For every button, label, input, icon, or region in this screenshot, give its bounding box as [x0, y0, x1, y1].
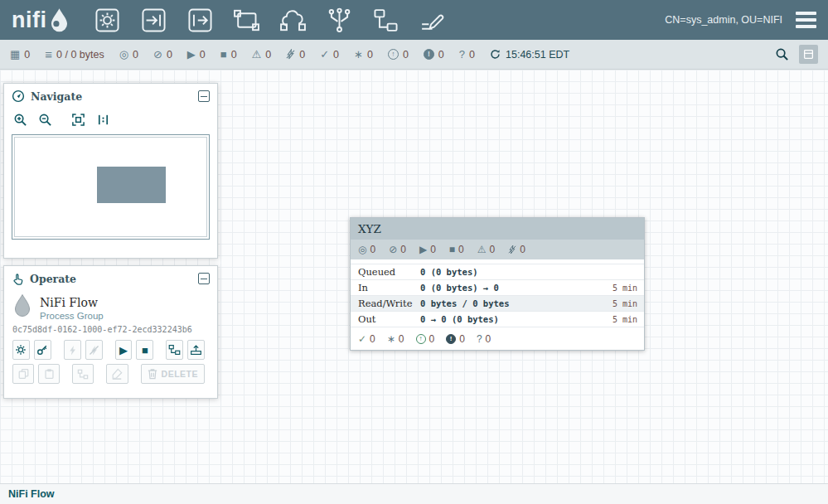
row-time: 5 min	[599, 299, 644, 308]
pg-disabled-count: 0	[520, 244, 525, 255]
play-icon: ▶	[119, 345, 128, 356]
queued-count: 0 / 0 bytes	[56, 49, 104, 61]
pg-stale-count: 0	[429, 333, 435, 345]
stopped-icon: ■	[449, 245, 455, 254]
pg-stat-disabled: 0	[508, 244, 525, 255]
stat-stopped: ■ 0	[220, 49, 237, 61]
stat-disabled: 0	[286, 49, 305, 61]
pg-stat-transmitting: ◎ 0	[358, 244, 375, 255]
delete-button[interactable]: DELETE	[141, 364, 205, 384]
operate-selection: NiFi Flow Process Group	[4, 291, 217, 321]
process-group-name: XYZ	[351, 218, 644, 240]
process-group-metrics: Queued 0 (0 bytes) In 0 (0 bytes) → 0 5 …	[351, 264, 644, 327]
global-menu-icon[interactable]	[796, 7, 816, 33]
flow-canvas[interactable]: Navigate Operate	[0, 70, 828, 483]
stale-icon: ↑	[388, 49, 399, 60]
settings-button[interactable]	[12, 340, 30, 360]
pg-not-transmitting-count: 0	[400, 244, 406, 255]
sync-failure-count: 0	[469, 49, 475, 61]
active-threads-count: 0	[24, 49, 30, 61]
search-icon[interactable]	[775, 47, 789, 61]
copy-button[interactable]	[12, 364, 34, 384]
check-icon: ✓	[358, 334, 366, 344]
stat-up-to-date: ✓ 0	[320, 49, 339, 61]
paste-button[interactable]	[38, 364, 60, 384]
zoom-fit-icon[interactable]	[71, 113, 85, 127]
locally-modified-count: 0	[367, 49, 373, 61]
stop-button[interactable]: ■	[136, 340, 153, 360]
pg-stat-running: ▶ 0	[419, 244, 436, 255]
process-group-xyz[interactable]: XYZ ◎ 0 ⊘ 0 ▶ 0 ■ 0 ⚠ 0	[350, 217, 645, 351]
funnel-icon[interactable]	[326, 7, 353, 34]
arrow-circle-up-icon: ↑	[416, 334, 426, 344]
transmitting-icon: ◎	[119, 49, 128, 60]
locally-modified-stale-count: 0	[438, 49, 444, 61]
group-icon	[77, 369, 89, 380]
output-port-icon[interactable]	[186, 7, 214, 34]
paint-brush-icon	[111, 368, 123, 380]
stale-count: 0	[403, 49, 409, 61]
pg-up-to-date-count: 0	[370, 333, 375, 345]
operate-collapse-icon[interactable]	[198, 273, 210, 284]
queued-icon: ≡	[45, 48, 52, 61]
pg-sync-failure-count: 0	[486, 333, 491, 345]
group-button[interactable]	[72, 364, 94, 384]
pg-invalid-count: 0	[490, 244, 496, 255]
delete-button-label: DELETE	[162, 369, 198, 379]
operate-buttons-row-2: DELETE	[4, 360, 217, 384]
operate-title: Operate	[30, 273, 76, 285]
create-template-button[interactable]	[166, 340, 183, 360]
template-icon[interactable]	[372, 7, 399, 34]
key-icon	[36, 344, 48, 356]
pg-row-read-write: Read/Write 0 bytes / 0 bytes 5 min	[351, 296, 644, 312]
locally-modified-icon: ∗	[354, 49, 363, 60]
enable-button[interactable]	[64, 340, 81, 360]
selection-name: NiFi Flow	[40, 296, 104, 309]
pg-locally-modified-stale-count: 0	[459, 333, 465, 345]
active-threads-icon: ▦	[10, 49, 20, 60]
pg-row-queued: Queued 0 (0 bytes)	[351, 264, 644, 280]
zoom-in-icon[interactable]	[13, 113, 27, 127]
processor-icon[interactable]	[94, 7, 121, 34]
pg-row-in: In 0 (0 bytes) → 0 5 min	[351, 280, 644, 296]
pg-locally-modified-count: 0	[399, 333, 404, 345]
selection-type: Process Group	[40, 311, 104, 321]
refresh-button[interactable]: 15:46:51 EDT	[490, 49, 569, 61]
not-transmitting-count: 0	[167, 49, 172, 61]
status-bar: ▦ 0 ≡ 0 / 0 bytes ◎ 0 ⊘ 0 ▶ 0 ■ 0 ⚠ 0 0 …	[0, 40, 828, 70]
stopped-icon: ■	[220, 49, 227, 60]
status-bar-right	[775, 45, 818, 64]
remote-process-group-icon[interactable]	[279, 7, 307, 34]
birdseye-minimap[interactable]	[12, 134, 210, 240]
last-refresh-time: 15:46:51 EDT	[506, 49, 569, 61]
pg-stat-invalid: ⚠ 0	[477, 244, 495, 255]
pg-row-out: Out 0 → 0 (0 bytes) 5 min	[351, 312, 644, 327]
process-group-icon[interactable]	[233, 7, 260, 34]
pg-stat-locally-modified: ∗ 0	[387, 333, 404, 345]
navigate-panel-header: Navigate	[4, 84, 217, 109]
upload-template-button[interactable]	[187, 340, 205, 360]
question-icon: ?	[477, 334, 482, 344]
breadcrumb[interactable]: NiFi Flow	[8, 488, 55, 500]
panel-toggle-button[interactable]	[799, 45, 818, 64]
row-value: 0 → 0 (0 bytes)	[420, 314, 599, 324]
paste-icon	[44, 368, 55, 380]
minimap-process-group-rect	[97, 167, 166, 203]
label-icon[interactable]	[419, 7, 446, 34]
stat-running: ▶ 0	[187, 49, 206, 61]
up-to-date-icon: ✓	[320, 49, 329, 60]
nifi-logo: nifi	[12, 7, 70, 33]
navigate-collapse-icon[interactable]	[198, 90, 210, 102]
copy-icon	[18, 368, 29, 380]
zoom-actual-size-icon[interactable]	[96, 113, 110, 127]
fill-color-button[interactable]	[106, 364, 128, 384]
process-group-version-stats: ✓ 0 ∗ 0 ↑ 0 ! 0 ? 0	[351, 327, 644, 350]
disable-button[interactable]	[85, 340, 103, 360]
breadcrumb-bar: NiFi Flow	[0, 483, 828, 504]
input-port-icon[interactable]	[140, 7, 167, 34]
stat-not-transmitting: ⊘ 0	[153, 49, 172, 61]
access-policies-button[interactable]	[34, 340, 51, 360]
stat-stale: ↑ 0	[388, 49, 409, 61]
start-button[interactable]: ▶	[115, 340, 133, 360]
zoom-out-icon[interactable]	[38, 113, 52, 127]
